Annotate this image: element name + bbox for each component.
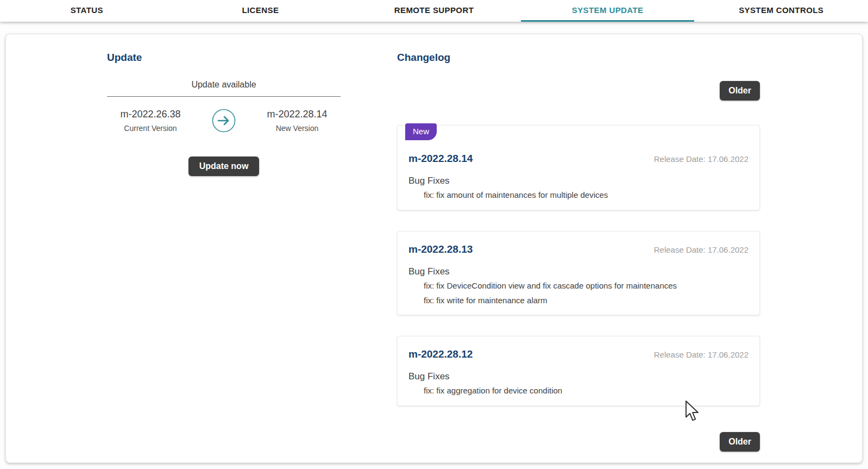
tab-remote-support[interactable]: REMOTE SUPPORT bbox=[347, 0, 521, 22]
changelog-section: Changelog Older New m-2022.28.14 Release… bbox=[392, 34, 862, 462]
system-update-panel: Update Update available m-2022.26.38 Cur… bbox=[5, 34, 863, 463]
fix-item: fix: fix amount of maintenances for mult… bbox=[424, 189, 749, 201]
current-version-label: Current Version bbox=[107, 124, 194, 133]
update-box: Update available m-2022.26.38 Current Ve… bbox=[107, 80, 341, 176]
arrow-right-circle-icon bbox=[212, 109, 236, 133]
release-date: Release Date: 17.06.2022 bbox=[654, 245, 749, 254]
fix-section-title: Bug Fixes bbox=[408, 371, 749, 382]
fix-section-title: Bug Fixes bbox=[408, 176, 749, 186]
fix-item: fix: fix aggregation for device conditio… bbox=[424, 385, 749, 397]
current-version-block: m-2022.26.38 Current Version bbox=[107, 109, 194, 133]
update-status-text: Update available bbox=[107, 80, 341, 97]
release-date: Release Date: 17.06.2022 bbox=[654, 350, 749, 359]
changelog-heading: Changelog bbox=[397, 52, 760, 64]
tab-system-controls[interactable]: SYSTEM CONTROLS bbox=[694, 0, 868, 22]
release-card: m-2022.28.12 Release Date: 17.06.2022 Bu… bbox=[397, 336, 760, 406]
release-version: m-2022.28.12 bbox=[408, 348, 473, 360]
older-button-bottom[interactable]: Older bbox=[720, 432, 760, 452]
release-date: Release Date: 17.06.2022 bbox=[654, 154, 749, 164]
release-version: m-2022.28.14 bbox=[408, 153, 473, 165]
tab-system-update[interactable]: SYSTEM UPDATE bbox=[521, 0, 695, 22]
release-card: New m-2022.28.14 Release Date: 17.06.202… bbox=[397, 125, 760, 210]
current-version-value: m-2022.26.38 bbox=[107, 109, 194, 120]
new-version-block: m-2022.28.14 New Version bbox=[254, 109, 341, 133]
fix-item: fix: fix write for maintenance alarm bbox=[424, 295, 749, 307]
release-version: m-2022.28.13 bbox=[408, 243, 473, 255]
top-tab-bar: STATUS LICENSE REMOTE SUPPORT SYSTEM UPD… bbox=[0, 0, 868, 22]
update-heading: Update bbox=[107, 52, 392, 64]
update-now-button[interactable]: Update now bbox=[188, 157, 260, 176]
fix-section-title: Bug Fixes bbox=[408, 266, 749, 277]
release-card: m-2022.28.13 Release Date: 17.06.2022 Bu… bbox=[397, 231, 760, 316]
new-version-value: m-2022.28.14 bbox=[254, 109, 341, 120]
older-button-top[interactable]: Older bbox=[720, 81, 760, 101]
tab-status[interactable]: STATUS bbox=[0, 0, 174, 22]
new-badge: New bbox=[405, 123, 437, 140]
versions-row: m-2022.26.38 Current Version m-2022.28.1… bbox=[107, 109, 341, 133]
tab-license[interactable]: LICENSE bbox=[174, 0, 348, 22]
new-version-label: New Version bbox=[254, 124, 341, 133]
update-section: Update Update available m-2022.26.38 Cur… bbox=[6, 34, 392, 462]
fix-item: fix: fix DeviceCondition view and fix ca… bbox=[424, 280, 749, 292]
